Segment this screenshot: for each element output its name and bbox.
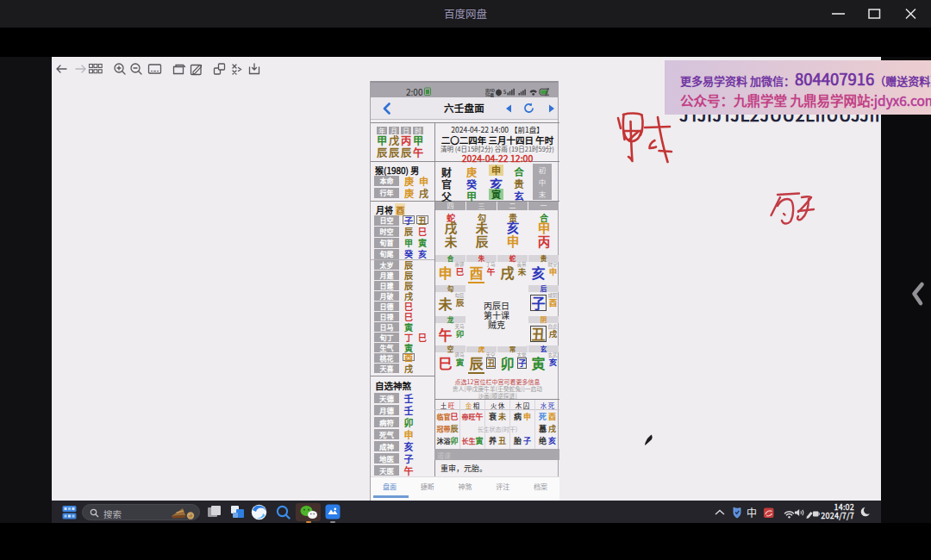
svg-text:中: 中 <box>747 506 757 520</box>
svg-text:5: 5 <box>503 88 507 96</box>
